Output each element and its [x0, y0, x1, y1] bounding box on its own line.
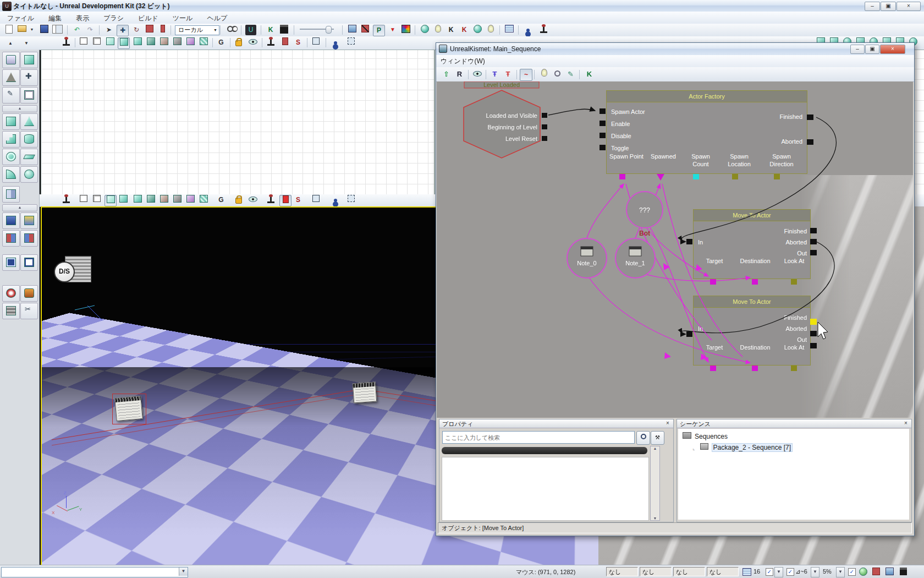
detach-viewport-icon[interactable] — [345, 37, 356, 48]
p-camera-speed-icon[interactable] — [265, 195, 276, 205]
lightcomplexity-mode-icon[interactable] — [145, 37, 156, 48]
toolbox-separator-1[interactable]: ▲ — [2, 105, 37, 112]
event-port-1[interactable] — [542, 124, 547, 129]
af-var-spawned[interactable]: Spawned — [646, 152, 681, 160]
open-dropdown-icon[interactable]: ▼ — [29, 25, 35, 35]
sequences-child-row[interactable]: ⌞ Package_2 - Sequence [7] — [692, 443, 793, 451]
csg-deintersect-button[interactable] — [20, 230, 38, 247]
new-file-icon[interactable] — [3, 25, 14, 35]
mta1-port-target[interactable] — [710, 279, 716, 285]
kismet-icon[interactable]: K — [265, 25, 276, 35]
redo-icon[interactable]: ↷ — [85, 25, 96, 35]
af-var-spawn-point[interactable]: Spawn Point — [609, 152, 644, 160]
rotate-tool-icon[interactable]: ↻ — [131, 25, 142, 35]
volumes-book-button[interactable] — [2, 186, 20, 203]
dof-slider[interactable] — [300, 24, 338, 35]
node-move-to-actor-2[interactable]: Move To Actor In Finished Aborted Out Ta… — [693, 296, 811, 366]
af-input-spawn-actor[interactable]: Spawn Actor — [611, 108, 645, 115]
af-port-enable[interactable] — [600, 121, 606, 126]
kismet-parent-sequence-icon[interactable]: ⇧ — [441, 69, 452, 80]
stamp-icon[interactable] — [538, 25, 549, 35]
p-reflections-icon[interactable] — [198, 195, 209, 205]
mta2-port-in[interactable] — [686, 331, 692, 337]
mta1-var-target[interactable]: Target — [698, 257, 731, 265]
p-player-start-icon[interactable] — [330, 195, 341, 205]
menu-build[interactable]: ビルド — [131, 12, 166, 23]
remote-control-icon[interactable] — [522, 25, 534, 35]
af-output-aborted[interactable]: Aborted — [781, 138, 802, 145]
show-selected-button[interactable] — [2, 285, 20, 302]
kismet-open-content-icon[interactable]: ✎ — [565, 69, 576, 80]
kismet-zoom-out-icon[interactable]: Ŧ — [502, 69, 514, 80]
properties-options-button[interactable]: ⚒ — [651, 431, 664, 445]
p-show-flags-icon[interactable] — [248, 195, 258, 205]
square-select-icon[interactable] — [310, 37, 321, 48]
node-level-loaded-event[interactable] — [464, 90, 540, 158]
mta1-var-destination[interactable]: Destination — [733, 257, 777, 265]
status-combo-dropdown-icon[interactable]: ▼ — [179, 568, 188, 576]
af-port-spawn-direction[interactable] — [774, 174, 780, 179]
maximize-viewport-icon[interactable] — [61, 37, 72, 48]
kismet-rename-icon[interactable]: R — [454, 69, 465, 80]
brush-polys-icon[interactable] — [346, 25, 358, 35]
camera-mode-button[interactable] — [2, 52, 20, 68]
show-flags-icon[interactable] — [248, 37, 258, 48]
geometry-edit-button[interactable]: ✎ — [2, 87, 20, 103]
save-all-icon[interactable] — [52, 25, 63, 35]
properties-close-icon[interactable]: × — [664, 420, 672, 427]
unlit-mode-icon[interactable] — [105, 37, 116, 48]
rotation-snap-checkbox[interactable]: ✓ — [787, 568, 794, 576]
csg-intersect-button[interactable] — [2, 230, 20, 247]
properties-category-bar[interactable] — [442, 447, 647, 454]
af-output-finished[interactable]: Finished — [779, 113, 802, 120]
build-all-icon[interactable] — [400, 25, 411, 35]
p-detach-viewport-icon[interactable] — [345, 195, 356, 205]
maximize-button[interactable]: ▣ — [881, 2, 896, 11]
mta1-var-look-at[interactable]: Look At — [783, 257, 806, 265]
status-field-3[interactable]: なし — [673, 567, 705, 576]
build-lighting-icon[interactable] — [432, 25, 443, 35]
af-port-spawn-actor[interactable] — [600, 108, 606, 114]
af-input-toggle[interactable]: Toggle — [611, 145, 629, 151]
node-move-to-actor-1[interactable]: Move To Actor In Finished Aborted Out Ta… — [693, 209, 811, 279]
af-input-enable[interactable]: Enable — [611, 121, 630, 127]
status-field-2[interactable]: なし — [640, 567, 672, 576]
geometry-visibility-icon[interactable] — [472, 25, 483, 35]
mta1-output-finished[interactable]: Finished — [784, 228, 807, 235]
undo-icon[interactable]: ↶ — [72, 25, 82, 35]
p-square-select-icon[interactable] — [310, 195, 321, 205]
af-port-spawn-point[interactable] — [619, 174, 625, 179]
properties-search-button[interactable] — [636, 431, 650, 445]
stairs-primitive-button[interactable] — [2, 131, 20, 148]
kismet-title-bar[interactable]: UnrealKismet: Main_Sequence – ▣ × — [436, 43, 914, 56]
menu-view[interactable]: 表示 — [69, 12, 96, 23]
select-tool-icon[interactable]: ➤ — [103, 25, 114, 35]
texturedensity-mode-icon[interactable] — [172, 37, 183, 48]
kismet-zoom-in-icon[interactable]: Ŧ — [489, 69, 501, 80]
sequences-close-icon[interactable]: × — [902, 420, 910, 427]
kismet-graph-canvas[interactable]: Actor Factory Spawn Actor Enable Disable… — [437, 81, 913, 418]
open-file-icon[interactable] — [16, 25, 28, 35]
p-wireframe-icon[interactable] — [78, 195, 89, 205]
af-port-toggle[interactable] — [600, 145, 606, 150]
spiral-stairs-primitive-button[interactable] — [2, 149, 20, 165]
status-field-1[interactable]: なし — [606, 567, 638, 576]
viewport-combo-up-icon[interactable]: ▲ — [2, 37, 19, 48]
close-button[interactable]: × — [897, 2, 921, 11]
sequences-root-row[interactable]: Sequences — [683, 432, 728, 440]
hide-selected-button[interactable] — [20, 285, 38, 302]
csg-subtract-button[interactable] — [20, 212, 38, 229]
p-game-view-icon[interactable]: G — [216, 195, 227, 205]
mta2-input-in[interactable]: In — [698, 325, 703, 332]
lightmapdensity-mode-icon[interactable] — [185, 37, 196, 48]
menu-help[interactable]: ヘルプ — [200, 12, 234, 23]
scroll-down-icon[interactable]: ▼ — [651, 516, 659, 520]
scroll-up-icon[interactable]: ▲ — [651, 446, 659, 450]
mta2-port-target[interactable] — [710, 366, 716, 371]
save-icon[interactable] — [38, 25, 50, 35]
build-paths-icon[interactable]: K — [446, 25, 457, 35]
kismet-curves-icon[interactable]: ~ — [520, 69, 532, 81]
menu-edit[interactable]: 編集 — [41, 12, 69, 23]
viewport-top-ortho[interactable] — [41, 50, 435, 195]
scale-dropdown-icon[interactable]: ▼ — [836, 567, 845, 577]
